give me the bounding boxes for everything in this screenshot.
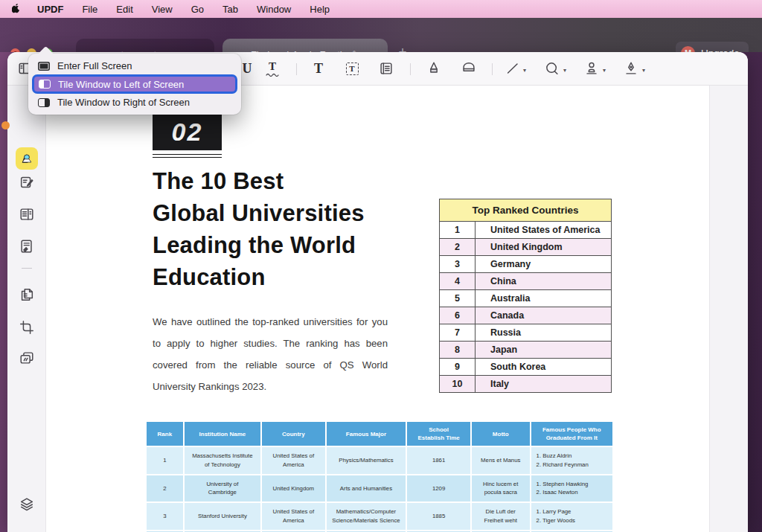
- table-cell: 1: [440, 222, 476, 239]
- table-cell: United Kingdom: [476, 239, 612, 256]
- menu-item-window[interactable]: Window: [257, 4, 291, 15]
- tile-window-right-icon: [38, 98, 50, 107]
- table-row: 3Stanford UniversityUnited States of Ame…: [147, 503, 612, 529]
- table-cell: 3: [147, 503, 183, 529]
- menu-item-file[interactable]: File: [82, 4, 97, 15]
- table-cell: Japan: [476, 342, 612, 359]
- highlighter-icon[interactable]: [425, 60, 443, 77]
- table-row: 10Italy: [440, 376, 612, 393]
- chapter-underline: [153, 154, 222, 158]
- table-cell: United States of America: [262, 447, 324, 473]
- layers-icon[interactable]: [18, 496, 36, 513]
- rail-divider: [22, 268, 32, 269]
- right-tool-rail: OCR: [709, 86, 748, 532]
- menu-item-updf[interactable]: UPDF: [37, 4, 63, 15]
- table-row: 1Massachusetts Institute of TechnologyUn…: [147, 447, 612, 473]
- universities-table-body: 1Massachusetts Institute of TechnologyUn…: [147, 447, 612, 532]
- macos-menu-bar: UPDFFileEditViewGoTabWindowHelp: [0, 0, 762, 18]
- edit-page-icon[interactable]: [18, 173, 36, 191]
- menu-item-go[interactable]: Go: [191, 4, 204, 15]
- chevron-down-icon[interactable]: ▾: [603, 67, 606, 74]
- window-menu-popup: Enter Full ScreenTile Window to Left of …: [28, 54, 241, 115]
- line-shape-icon[interactable]: [504, 60, 522, 77]
- eraser-icon[interactable]: [460, 60, 478, 77]
- chevron-down-icon[interactable]: ▾: [563, 67, 566, 74]
- table-cell: 4: [440, 273, 476, 290]
- table-cell: Mathematics/Computer Science/Materials S…: [327, 503, 406, 529]
- table-cell: United States of America: [476, 222, 612, 239]
- table-cell: South Korea: [476, 359, 612, 376]
- extract-pages-icon[interactable]: [18, 286, 36, 304]
- table-cell: Massachusetts Institute of Technology: [185, 447, 261, 473]
- menu-item-edit[interactable]: Edit: [116, 4, 132, 15]
- signature-icon[interactable]: [622, 60, 640, 77]
- table-row: 2University of CambridgeUnited KingdomAr…: [147, 475, 612, 501]
- table-cell: University of Cambridge: [185, 475, 261, 501]
- menu-bar-items: UPDFFileEditViewGoTabWindowHelp: [37, 4, 348, 15]
- countries-table: Top Ranked Countries 1United States of A…: [439, 199, 612, 393]
- table-cell: 9: [440, 359, 476, 376]
- squiggly-text-icon[interactable]: T: [263, 60, 281, 77]
- table-cell: 6: [440, 307, 476, 324]
- table-cell: 10: [440, 376, 476, 393]
- toolbar-separator: [296, 63, 297, 75]
- slideshow-icon[interactable]: [18, 349, 36, 367]
- pdf-page[interactable]: 02 The 10 Best Global Universities Leadi…: [46, 86, 709, 532]
- menu-item-tab[interactable]: Tab: [222, 4, 238, 15]
- menu-item-tile-window-to-right-of-screen[interactable]: Tile Window to Right of Screen: [32, 94, 237, 111]
- reader-view-icon[interactable]: [18, 205, 36, 223]
- chevron-down-icon[interactable]: ▾: [523, 67, 526, 74]
- table-cell: Australia: [476, 290, 612, 307]
- table-cell: 1209: [407, 475, 470, 501]
- ellipse-shape-icon[interactable]: [543, 60, 561, 77]
- table-row: 7Russia: [440, 324, 612, 342]
- updf-window: U T T T ▾ ▾: [7, 52, 748, 532]
- left-tool-rail: [7, 86, 46, 532]
- universities-table: RankInstitution NameCountryFamous MajorS…: [145, 420, 614, 532]
- table-cell: Die Luft der Freiheit weht: [472, 503, 530, 529]
- table-cell: Mens et Manus: [472, 447, 530, 473]
- window-tab-bar: pets report-copy Find-and-Apply-For-th ✎…: [0, 18, 762, 52]
- table-cell: Hinc lucem et pocula sacra: [472, 475, 530, 501]
- column-header: School Establish Time: [407, 422, 470, 446]
- column-header: Country: [262, 422, 324, 446]
- toolbar-separator: [492, 63, 493, 75]
- table-row: 1United States of America: [440, 222, 612, 239]
- table-cell: Italy: [476, 376, 612, 393]
- universities-table-head: RankInstitution NameCountryFamous MajorS…: [147, 422, 612, 446]
- bookmark-icon[interactable]: [18, 529, 36, 532]
- crop-page-icon[interactable]: [18, 318, 36, 336]
- sticky-note-icon[interactable]: [377, 60, 395, 77]
- table-cell: 7: [440, 324, 476, 342]
- table-cell: Germany: [476, 256, 612, 273]
- table-cell: Arts and Humanities: [327, 475, 406, 501]
- tile-window-left-icon: [39, 80, 51, 89]
- menu-item-enter-full-screen[interactable]: Enter Full Screen: [32, 57, 237, 74]
- screen: UPDFFileEditViewGoTabWindowHelp pets rep…: [0, 0, 762, 532]
- table-cell: 1. Buzz Aldrin 2. Richard Feynman: [531, 447, 612, 473]
- table-cell: Canada: [476, 307, 612, 324]
- table-cell: 1861: [407, 447, 470, 473]
- menu-item-tile-window-to-left-of-screen[interactable]: Tile Window to Left of Screen: [32, 74, 237, 94]
- table-row: 2United Kingdom: [440, 239, 612, 256]
- enter-full-screen-icon: [38, 62, 50, 71]
- table-row: 4China: [440, 273, 612, 290]
- annotate-pencil-icon[interactable]: [16, 147, 38, 170]
- apple-icon[interactable]: [12, 3, 22, 15]
- fill-sign-icon[interactable]: [18, 237, 36, 255]
- menu-item-label: Enter Full Screen: [57, 60, 132, 71]
- stamp-icon[interactable]: [583, 60, 601, 77]
- column-header: Rank: [147, 422, 183, 446]
- table-cell: 5: [440, 290, 476, 307]
- text-box-icon[interactable]: T: [343, 60, 361, 77]
- countries-table-body: 1United States of America2United Kingdom…: [440, 222, 612, 393]
- table-cell: 1. Stephen Hawking 2. Isaac Newton: [531, 475, 612, 501]
- table-row: 9South Korea: [440, 359, 612, 376]
- chevron-down-icon[interactable]: ▾: [642, 67, 645, 74]
- column-header: Motto: [472, 422, 530, 446]
- table-cell: 1. Larry Page 2. Tiger Woods: [531, 503, 612, 529]
- menu-item-view[interactable]: View: [152, 4, 173, 15]
- add-text-icon[interactable]: T: [310, 60, 327, 77]
- menu-item-help[interactable]: Help: [310, 4, 330, 15]
- table-row: 5Australia: [440, 290, 612, 307]
